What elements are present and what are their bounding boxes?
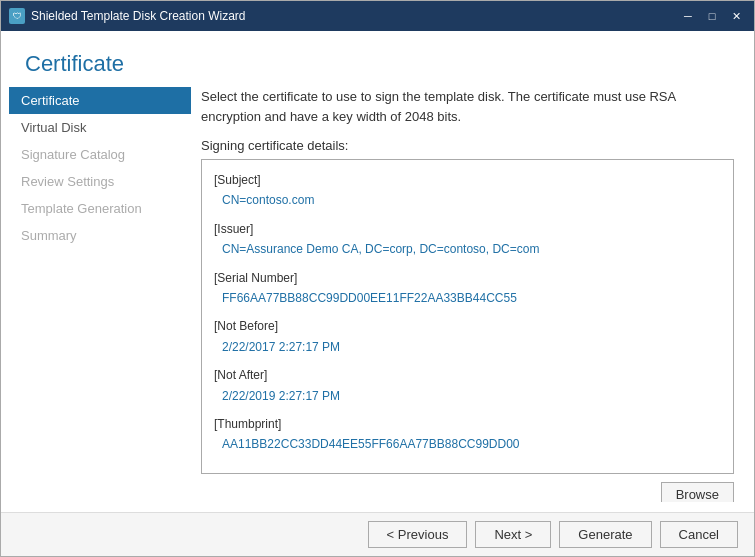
issuer-value: CN=Assurance Demo CA, DC=corp, DC=contos… <box>214 239 721 259</box>
maximize-button[interactable]: □ <box>702 7 722 25</box>
not-after-block: [Not After] 2/22/2019 2:27:17 PM <box>214 365 721 406</box>
footer: < Previous Next > Generate Cancel <box>1 512 754 556</box>
thumbprint-value: AA11BB22CC33DD44EE55FF66AA77BB88CC99DD00 <box>214 434 721 454</box>
sidebar-item-summary: Summary <box>9 222 191 249</box>
generate-button[interactable]: Generate <box>559 521 651 548</box>
browse-row: Browse <box>201 482 734 502</box>
main-content: Select the certificate to use to sign th… <box>191 87 754 502</box>
minimize-button[interactable]: ─ <box>678 7 698 25</box>
sidebar-item-certificate[interactable]: Certificate <box>9 87 191 114</box>
serial-value: FF66AA77BB88CC99DD00EE11FF22AA33BB44CC55 <box>214 288 721 308</box>
subject-value: CN=contoso.com <box>214 190 721 210</box>
not-before-block: [Not Before] 2/22/2017 2:27:17 PM <box>214 316 721 357</box>
not-before-value: 2/22/2017 2:27:17 PM <box>214 337 721 357</box>
window-controls: ─ □ ✕ <box>678 7 746 25</box>
cancel-button[interactable]: Cancel <box>660 521 738 548</box>
issuer-label: [Issuer] <box>214 219 721 239</box>
browse-button[interactable]: Browse <box>661 482 734 502</box>
previous-button[interactable]: < Previous <box>368 521 468 548</box>
app-icon: 🛡 <box>9 8 25 24</box>
sidebar-item-signature-catalog: Signature Catalog <box>9 141 191 168</box>
close-button[interactable]: ✕ <box>726 7 746 25</box>
not-before-label: [Not Before] <box>214 316 721 336</box>
sidebar-item-template-generation: Template Generation <box>9 195 191 222</box>
thumbprint-label: [Thumbprint] <box>214 414 721 434</box>
sidebar-item-virtual-disk[interactable]: Virtual Disk <box>9 114 191 141</box>
titlebar: 🛡 Shielded Template Disk Creation Wizard… <box>1 1 754 31</box>
issuer-block: [Issuer] CN=Assurance Demo CA, DC=corp, … <box>214 219 721 260</box>
main-row: Certificate Virtual Disk Signature Catal… <box>1 87 754 512</box>
not-after-value: 2/22/2019 2:27:17 PM <box>214 386 721 406</box>
not-after-label: [Not After] <box>214 365 721 385</box>
sidebar: Certificate Virtual Disk Signature Catal… <box>1 87 191 502</box>
subject-block: [Subject] CN=contoso.com <box>214 170 721 211</box>
next-button[interactable]: Next > <box>475 521 551 548</box>
certificate-details-box: [Subject] CN=contoso.com [Issuer] CN=Ass… <box>201 159 734 474</box>
subject-label: [Subject] <box>214 170 721 190</box>
section-label: Signing certificate details: <box>201 138 734 153</box>
serial-block: [Serial Number] FF66AA77BB88CC99DD00EE11… <box>214 268 721 309</box>
serial-label: [Serial Number] <box>214 268 721 288</box>
content-area: Certificate Certificate Virtual Disk Sig… <box>1 31 754 512</box>
thumbprint-block: [Thumbprint] AA11BB22CC33DD44EE55FF66AA7… <box>214 414 721 455</box>
page-title: Certificate <box>1 31 754 87</box>
window-title: Shielded Template Disk Creation Wizard <box>31 9 678 23</box>
description-text: Select the certificate to use to sign th… <box>201 87 734 126</box>
sidebar-item-review-settings: Review Settings <box>9 168 191 195</box>
main-window: 🛡 Shielded Template Disk Creation Wizard… <box>0 0 755 557</box>
